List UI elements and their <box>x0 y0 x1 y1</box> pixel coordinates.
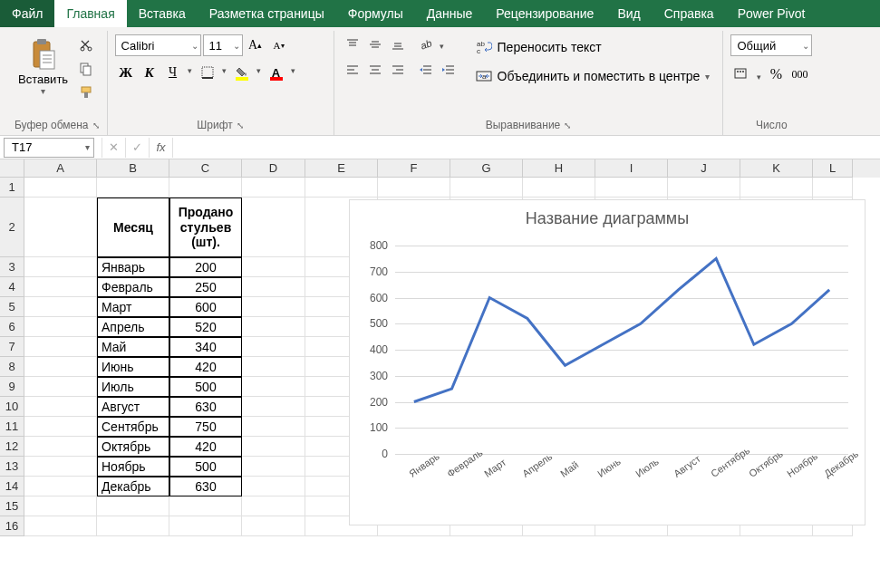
tab-справка[interactable]: Справка <box>653 0 726 27</box>
column-header[interactable]: G <box>450 159 523 178</box>
decrease-indent-button[interactable] <box>415 60 437 80</box>
table-cell[interactable]: 600 <box>169 297 242 317</box>
table-cell[interactable]: Январь <box>97 257 169 277</box>
formula-input[interactable] <box>172 138 880 158</box>
select-all-corner[interactable] <box>0 159 24 178</box>
font-color-button[interactable]: А <box>266 62 287 83</box>
dialog-launcher-icon[interactable]: ⤡ <box>92 120 100 130</box>
row-header[interactable]: 9 <box>0 377 24 397</box>
row-header[interactable]: 3 <box>0 257 24 277</box>
table-cell[interactable]: 500 <box>169 457 242 477</box>
tab-вид[interactable]: Вид <box>605 0 652 27</box>
row-header[interactable]: 13 <box>0 457 24 477</box>
chevron-down-icon[interactable]: ▾ <box>438 34 447 54</box>
tab-данные[interactable]: Данные <box>415 0 485 27</box>
wrap-text-button[interactable]: abc Переносить текст <box>470 34 716 60</box>
chart-series-line[interactable] <box>414 258 829 401</box>
format-painter-button[interactable] <box>75 82 97 103</box>
fill-color-button[interactable] <box>231 62 253 83</box>
italic-button[interactable]: К <box>139 62 160 83</box>
column-header[interactable]: B <box>97 159 169 178</box>
align-bottom-button[interactable] <box>387 34 409 54</box>
percent-button[interactable]: % <box>765 63 787 85</box>
table-header-cell[interactable]: Месяц <box>97 198 169 257</box>
align-top-button[interactable] <box>342 34 363 54</box>
table-cell[interactable]: 500 <box>169 377 242 397</box>
table-cell[interactable]: Апрель <box>97 317 169 337</box>
align-center-button[interactable] <box>364 60 386 80</box>
column-header[interactable]: A <box>24 159 97 178</box>
border-button[interactable] <box>197 62 218 83</box>
chevron-down-icon[interactable]: ▾ <box>289 66 298 79</box>
row-header[interactable]: 8 <box>0 357 24 377</box>
column-header[interactable]: C <box>169 159 242 178</box>
table-cell[interactable]: Май <box>97 337 169 357</box>
underline-button[interactable]: Ч <box>162 62 184 83</box>
table-cell[interactable]: Декабрь <box>97 477 169 496</box>
comma-style-button[interactable]: 000 <box>788 63 810 85</box>
tab-формулы[interactable]: Формулы <box>336 0 415 27</box>
chart[interactable]: Название диаграммы0100200300400500600700… <box>349 199 865 525</box>
tab-главная[interactable]: Главная <box>54 0 126 27</box>
cells-area[interactable]: МесяцПродано стульев (шт).Январь200Февра… <box>24 178 853 536</box>
table-cell[interactable]: Июнь <box>97 357 169 377</box>
row-header[interactable]: 6 <box>0 317 24 337</box>
table-header-cell[interactable]: Продано стульев (шт). <box>169 198 242 257</box>
dialog-launcher-icon[interactable]: ⤡ <box>237 120 244 130</box>
chevron-down-icon[interactable]: ▾ <box>754 63 763 85</box>
tab-разметка-страницы[interactable]: Разметка страницы <box>198 0 336 27</box>
column-header[interactable]: L <box>813 159 853 178</box>
table-cell[interactable]: 750 <box>169 417 242 437</box>
tab-power-pivot[interactable]: Power Pivot <box>726 0 817 27</box>
table-cell[interactable]: 420 <box>169 357 242 377</box>
table-cell[interactable]: Июль <box>97 377 169 397</box>
column-header[interactable]: K <box>740 159 813 178</box>
column-header[interactable]: J <box>668 159 740 178</box>
chevron-down-icon[interactable]: ▾ <box>186 66 195 79</box>
row-header[interactable]: 5 <box>0 297 24 317</box>
dialog-launcher-icon[interactable]: ⤡ <box>564 120 571 130</box>
chevron-down-icon[interactable]: ▾ <box>220 66 229 79</box>
row-header[interactable]: 11 <box>0 417 24 437</box>
font-size-combo[interactable]: 11 ⌄ <box>203 34 243 56</box>
table-cell[interactable]: 630 <box>169 477 242 496</box>
table-cell[interactable]: 520 <box>169 317 242 337</box>
decrease-font-button[interactable]: A▾ <box>268 34 290 56</box>
tab-рецензирование[interactable]: Рецензирование <box>484 0 605 27</box>
row-header[interactable]: 10 <box>0 397 24 417</box>
align-right-button[interactable] <box>387 60 409 80</box>
chart-title[interactable]: Название диаграммы <box>350 200 865 236</box>
table-cell[interactable]: Октябрь <box>97 437 169 457</box>
paste-button[interactable]: Вставить ▾ <box>15 34 72 98</box>
bold-button[interactable]: Ж <box>115 62 137 83</box>
table-cell[interactable]: Сентябрь <box>97 417 169 437</box>
increase-font-button[interactable]: A▴ <box>245 34 266 56</box>
column-header[interactable]: E <box>305 159 378 178</box>
row-header[interactable]: 15 <box>0 496 24 516</box>
row-header[interactable]: 12 <box>0 437 24 457</box>
cancel-formula-button[interactable]: ✕ <box>102 138 125 158</box>
table-cell[interactable]: 420 <box>169 437 242 457</box>
row-header[interactable]: 2 <box>0 198 24 257</box>
accounting-format-button[interactable] <box>730 63 752 85</box>
insert-function-button[interactable]: fx <box>149 138 172 158</box>
row-header[interactable]: 16 <box>0 516 24 536</box>
align-middle-button[interactable] <box>364 34 386 54</box>
number-format-combo[interactable]: Общий ⌄ <box>730 34 812 56</box>
table-cell[interactable]: Ноябрь <box>97 457 169 477</box>
table-cell[interactable]: 250 <box>169 277 242 297</box>
table-cell[interactable]: Март <box>97 297 169 317</box>
row-header[interactable]: 1 <box>0 178 24 198</box>
name-box[interactable]: T17 ▾ <box>4 138 94 158</box>
row-header[interactable]: 7 <box>0 337 24 357</box>
increase-indent-button[interactable] <box>438 60 459 80</box>
table-cell[interactable]: Февраль <box>97 277 169 297</box>
merge-center-button[interactable]: a Объединить и поместить в центре ▾ <box>470 63 716 89</box>
column-header[interactable]: I <box>595 159 668 178</box>
tab-вставка[interactable]: Вставка <box>127 0 198 27</box>
column-header[interactable]: D <box>242 159 305 178</box>
enter-formula-button[interactable]: ✓ <box>125 138 149 158</box>
font-name-combo[interactable]: Calibri ⌄ <box>115 34 201 56</box>
tab-файл[interactable]: Файл <box>0 0 54 27</box>
align-left-button[interactable] <box>342 60 363 80</box>
